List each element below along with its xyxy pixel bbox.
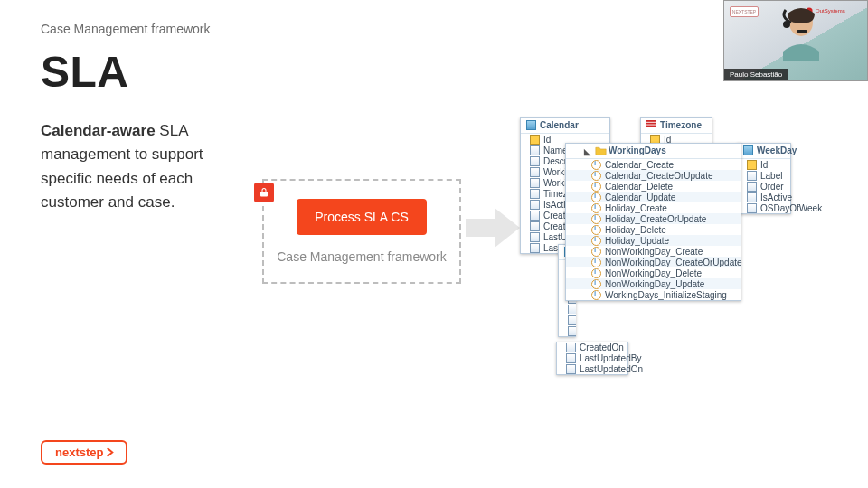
chevron-right-icon bbox=[105, 447, 115, 457]
attr-icon bbox=[747, 192, 757, 202]
action-icon bbox=[591, 214, 601, 224]
row-label: Calendar_Delete bbox=[605, 182, 673, 192]
panel-title: WeekDay bbox=[757, 145, 797, 155]
row-label: NonWorkingDay_Delete bbox=[605, 268, 702, 278]
row-label: Calendar_Create bbox=[605, 160, 674, 170]
attr-icon bbox=[747, 203, 757, 213]
attr-icon bbox=[566, 364, 576, 374]
action-row[interactable]: NonWorkingDay_Delete bbox=[566, 267, 741, 278]
row-label: OSDayOfWeek bbox=[760, 203, 822, 213]
lock-icon bbox=[254, 183, 274, 202]
cam-badge-left: NEXTSTEP bbox=[730, 6, 759, 17]
attr-icon bbox=[530, 221, 540, 231]
panel-weekday: WeekDay IdLabelOrderIsActiveOSDayOfWeek bbox=[737, 143, 791, 214]
row-label: NonWorkingDay_CreateOrUpdate bbox=[605, 258, 742, 267]
row-label: LastUpdatedBy bbox=[580, 353, 641, 363]
action-row[interactable]: Calendar_Delete bbox=[566, 181, 741, 192]
row-label: Calendar_Update bbox=[605, 192, 675, 202]
attr-icon bbox=[530, 145, 540, 155]
diagram-label: Case Management framework bbox=[277, 249, 447, 264]
attr-icon bbox=[530, 189, 540, 199]
panel-title: WorkingDays bbox=[609, 145, 666, 155]
action-row[interactable]: NonWorkingDay_Create bbox=[566, 246, 741, 257]
attr-row[interactable]: OSDayOfWeek bbox=[738, 202, 790, 213]
attr-row[interactable]: Order bbox=[738, 181, 790, 192]
attr-icon bbox=[530, 211, 540, 221]
diagram-frame: Process SLA CS Case Management framework bbox=[262, 179, 461, 284]
attr-icon bbox=[530, 232, 540, 242]
key-icon bbox=[530, 135, 540, 145]
attr-row[interactable]: CreatedOn bbox=[557, 342, 627, 352]
desc-bold: Calendar-aware bbox=[41, 122, 156, 139]
action-icon bbox=[591, 182, 601, 192]
action-icon bbox=[591, 171, 601, 181]
row-label: Calendar_CreateOrUpdate bbox=[605, 171, 713, 181]
entity-icon bbox=[526, 120, 536, 130]
attr-icon bbox=[747, 171, 757, 181]
row-label: NonWorkingDay_Create bbox=[605, 247, 703, 257]
attr-icon bbox=[566, 353, 576, 363]
row-label: WorkingDays_InitializeStaging bbox=[605, 290, 727, 300]
caret-icon: ◣ bbox=[584, 147, 591, 155]
presenter-silhouette bbox=[778, 6, 824, 61]
attr-icon bbox=[530, 156, 540, 166]
svg-point-5 bbox=[783, 21, 790, 28]
entity-icon bbox=[743, 145, 753, 155]
action-icon bbox=[591, 225, 601, 235]
attr-icon bbox=[530, 167, 540, 177]
attr-icon bbox=[566, 343, 576, 352]
row-label: NonWorkingDay_Update bbox=[605, 279, 704, 289]
row-label: IsActive bbox=[760, 192, 792, 202]
action-row[interactable]: Holiday_Update bbox=[566, 235, 741, 246]
row-label: CreatedOn bbox=[580, 343, 624, 352]
action-row[interactable]: NonWorkingDay_CreateOrUpdate bbox=[566, 257, 741, 267]
row-label: Id bbox=[543, 135, 551, 145]
action-row[interactable]: Calendar_Update bbox=[566, 192, 741, 202]
row-label: Holiday_Delete bbox=[605, 225, 666, 235]
key-icon bbox=[747, 160, 757, 170]
attr-row[interactable]: Label bbox=[738, 170, 790, 181]
action-row[interactable]: Holiday_Delete bbox=[566, 224, 741, 235]
page-title: SLA bbox=[41, 47, 129, 97]
row-label: Holiday_CreateOrUpdate bbox=[605, 214, 706, 224]
action-icon bbox=[591, 290, 601, 300]
action-icon bbox=[591, 192, 601, 202]
action-row[interactable]: NonWorkingDay_Update bbox=[566, 278, 741, 289]
folder-icon bbox=[595, 145, 605, 155]
svg-rect-2 bbox=[646, 123, 656, 125]
action-row[interactable]: Holiday_Create bbox=[566, 202, 741, 213]
flag-icon bbox=[646, 120, 656, 130]
action-row[interactable]: Holiday_CreateOrUpdate bbox=[566, 213, 741, 224]
row-label: Label bbox=[760, 171, 782, 181]
action-icon bbox=[591, 268, 601, 278]
arrow-icon bbox=[466, 205, 520, 254]
action-row[interactable]: Calendar_Create bbox=[566, 159, 741, 170]
action-icon bbox=[591, 203, 601, 213]
panel-title: Timezone bbox=[660, 120, 702, 130]
action-icon bbox=[591, 236, 601, 246]
attr-row[interactable]: LastUpdatedBy bbox=[557, 352, 627, 363]
action-icon bbox=[591, 279, 601, 289]
process-sla-button[interactable]: Process SLA CS bbox=[297, 199, 427, 235]
logo-text: nextstep bbox=[55, 446, 103, 459]
action-row[interactable]: Calendar_CreateOrUpdate bbox=[566, 170, 741, 181]
action-row[interactable]: WorkingDays_InitializeStaging bbox=[566, 289, 741, 300]
attr-icon bbox=[747, 182, 757, 192]
row-label: LastUpdatedOn bbox=[580, 364, 643, 374]
attr-icon bbox=[530, 200, 540, 210]
attr-icon bbox=[530, 243, 540, 253]
panel-workingdays: ◣ WorkingDays Calendar_CreateCalendar_Cr… bbox=[565, 143, 741, 301]
row-label: Holiday_Create bbox=[605, 203, 667, 213]
panel-title: Calendar bbox=[540, 120, 579, 130]
attr-row[interactable]: LastUpdatedOn bbox=[557, 363, 627, 374]
action-icon bbox=[591, 247, 601, 257]
attr-row[interactable]: Id bbox=[738, 159, 790, 170]
presenter-name: Paulo Sebastião bbox=[724, 69, 788, 80]
attr-icon bbox=[530, 178, 540, 188]
attr-row[interactable]: IsActive bbox=[738, 192, 790, 202]
row-label: Order bbox=[760, 182, 784, 192]
action-icon bbox=[591, 160, 601, 170]
panel-tail: CreatedOnLastUpdatedByLastUpdatedOn bbox=[556, 342, 628, 375]
presenter-webcam: NEXTSTEP OutSystems Paulo Sebastião bbox=[723, 0, 868, 81]
row-label: Holiday_Update bbox=[605, 236, 669, 246]
